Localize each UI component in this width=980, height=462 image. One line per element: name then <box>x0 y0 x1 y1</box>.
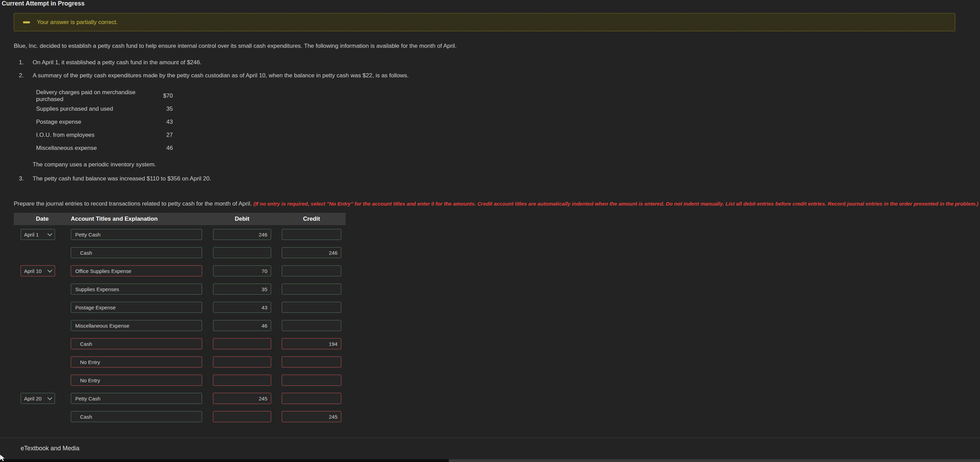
journal-table: Date Account Titles and Explanation Debi… <box>14 213 346 422</box>
account-input[interactable] <box>71 393 202 404</box>
expenditure-row: Supplies purchased and used 35 <box>36 102 173 116</box>
journal-row <box>14 302 346 313</box>
section-divider <box>0 438 980 438</box>
instruction-warning: (If no entry is required, select "No Ent… <box>253 201 978 207</box>
expenditure-amount: 43 <box>166 119 173 126</box>
credit-input[interactable] <box>282 411 341 422</box>
header-credit: Credit <box>282 215 341 222</box>
expenditure-row: Postage expense 43 <box>36 116 173 129</box>
credit-input[interactable] <box>282 357 341 368</box>
account-input[interactable] <box>71 247 202 258</box>
account-input[interactable] <box>71 302 202 313</box>
account-input[interactable] <box>71 229 202 240</box>
journal-row <box>14 320 346 331</box>
item-number: 2. <box>19 72 33 79</box>
expenditure-row: I.O.U. from employees 27 <box>36 129 173 142</box>
credit-input[interactable] <box>282 229 341 240</box>
date-select[interactable]: April 20 <box>21 393 55 404</box>
instruction-text: Prepare the journal entries to record tr… <box>14 201 252 207</box>
chevron-down-icon <box>48 231 52 236</box>
journal-row <box>14 375 346 386</box>
credit-input[interactable] <box>282 265 341 276</box>
credit-input[interactable] <box>282 375 341 386</box>
horizontal-scrollbar[interactable] <box>0 459 980 462</box>
chevron-down-icon <box>48 395 52 400</box>
debit-input[interactable] <box>213 320 271 331</box>
debit-input[interactable] <box>213 375 271 386</box>
credit-input[interactable] <box>282 393 341 404</box>
expenditure-label: Supplies purchased and used <box>36 105 113 112</box>
debit-input[interactable] <box>213 265 271 276</box>
list-item: 3. The petty cash fund balance was incre… <box>14 175 966 182</box>
partial-correct-alert: Your answer is partially correct. <box>14 13 955 31</box>
problem-list: 1. On April 1, it established a petty ca… <box>14 59 966 79</box>
date-select-value: April 1 <box>24 232 39 237</box>
debit-input[interactable] <box>213 302 271 313</box>
item-number: 3. <box>19 175 33 182</box>
main-content: Your answer is partially correct. Blue, … <box>14 0 966 429</box>
journal-row <box>14 247 346 258</box>
account-input[interactable] <box>71 411 202 422</box>
problem-intro: Blue, Inc. decided to establish a petty … <box>14 42 966 49</box>
journal-row <box>14 284 346 295</box>
journal-row <box>14 357 346 368</box>
etextbook-and-media-section[interactable]: eTextbook and Media <box>21 445 80 452</box>
scrollbar-thumb[interactable] <box>0 459 449 462</box>
debit-input[interactable] <box>213 338 271 349</box>
item-text: The petty cash fund balance was increase… <box>33 175 211 182</box>
expenditure-label: Miscellaneous expense <box>36 145 97 151</box>
journal-rows: April 1 April 10 <box>14 229 346 422</box>
expenditure-label: I.O.U. from employees <box>36 132 94 139</box>
chevron-down-icon <box>48 268 52 272</box>
alert-message: Your answer is partially correct. <box>37 19 118 26</box>
date-select-value: April 10 <box>24 268 41 274</box>
account-input[interactable] <box>71 357 202 368</box>
journal-header: Date Account Titles and Explanation Debi… <box>14 213 346 225</box>
partially-correct-dash-icon <box>23 21 30 23</box>
header-debit: Debit <box>213 215 271 222</box>
list-item: 2. A summary of the petty cash expenditu… <box>14 72 966 79</box>
expenditure-label: Postage expense <box>36 119 81 126</box>
account-input[interactable] <box>71 375 202 386</box>
expenditure-table: Delivery charges paid on merchandise pur… <box>36 89 173 155</box>
account-input[interactable] <box>71 284 202 295</box>
expenditure-amount: 35 <box>166 105 173 112</box>
credit-input[interactable] <box>282 284 341 295</box>
date-select[interactable]: April 10 <box>21 265 55 276</box>
instruction: Prepare the journal entries to record tr… <box>14 200 966 207</box>
debit-input[interactable] <box>213 357 271 368</box>
journal-row: April 1 <box>14 229 346 240</box>
expenditure-row: Delivery charges paid on merchandise pur… <box>36 89 173 102</box>
item-number: 1. <box>19 59 33 66</box>
header-account: Account Titles and Explanation <box>71 215 213 222</box>
debit-input[interactable] <box>213 411 271 422</box>
journal-row <box>14 338 346 349</box>
credit-input[interactable] <box>282 338 341 349</box>
debit-input[interactable] <box>213 229 271 240</box>
date-select-value: April 20 <box>24 396 41 401</box>
account-input[interactable] <box>71 320 202 331</box>
credit-input[interactable] <box>282 247 341 258</box>
mouse-cursor-icon <box>0 454 8 462</box>
credit-input[interactable] <box>282 320 341 331</box>
debit-input[interactable] <box>213 247 271 258</box>
journal-row: April 10 <box>14 265 346 276</box>
debit-input[interactable] <box>213 284 271 295</box>
expenditure-amount: 27 <box>166 132 173 139</box>
journal-row: April 20 <box>14 393 346 404</box>
item-text: On April 1, it established a petty cash … <box>33 59 201 66</box>
credit-input[interactable] <box>282 302 341 313</box>
expenditure-amount: $70 <box>163 92 173 99</box>
list-item: 1. On April 1, it established a petty ca… <box>14 59 966 66</box>
date-select[interactable]: April 1 <box>21 229 55 240</box>
account-input[interactable] <box>71 265 202 276</box>
account-input[interactable] <box>71 338 202 349</box>
expenditure-amount: 46 <box>166 145 173 151</box>
journal-row <box>14 411 346 422</box>
item-text: A summary of the petty cash expenditures… <box>33 72 409 79</box>
inventory-note: The company uses a periodic inventory sy… <box>33 161 966 168</box>
debit-input[interactable] <box>213 393 271 404</box>
expenditure-row: Miscellaneous expense 46 <box>36 142 173 155</box>
header-date: Date <box>14 215 71 222</box>
expenditure-label: Delivery charges paid on merchandise pur… <box>36 89 163 103</box>
